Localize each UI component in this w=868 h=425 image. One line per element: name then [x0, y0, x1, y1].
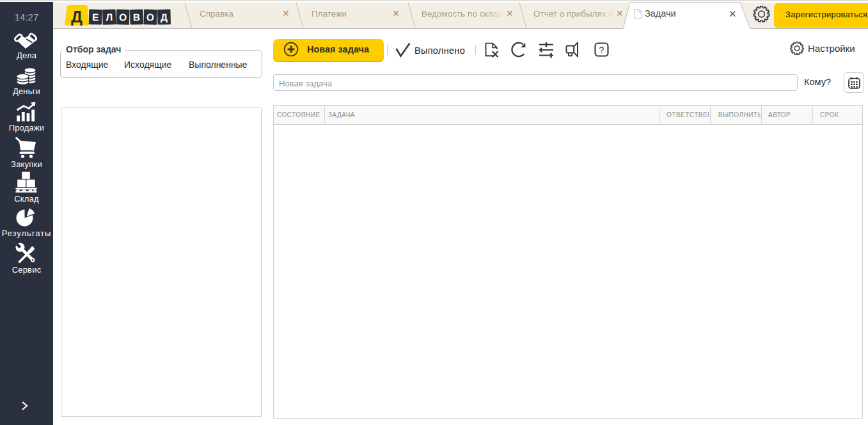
- svg-text:О: О: [146, 12, 155, 22]
- svg-text:Д: Д: [71, 8, 83, 26]
- svg-text:?: ?: [599, 45, 604, 55]
- svg-text:Д: Д: [161, 12, 168, 22]
- svg-text:О: О: [119, 12, 127, 22]
- svg-text:В: В: [133, 12, 141, 22]
- svg-text:Е: Е: [92, 12, 99, 22]
- svg-text:Л: Л: [106, 12, 113, 22]
